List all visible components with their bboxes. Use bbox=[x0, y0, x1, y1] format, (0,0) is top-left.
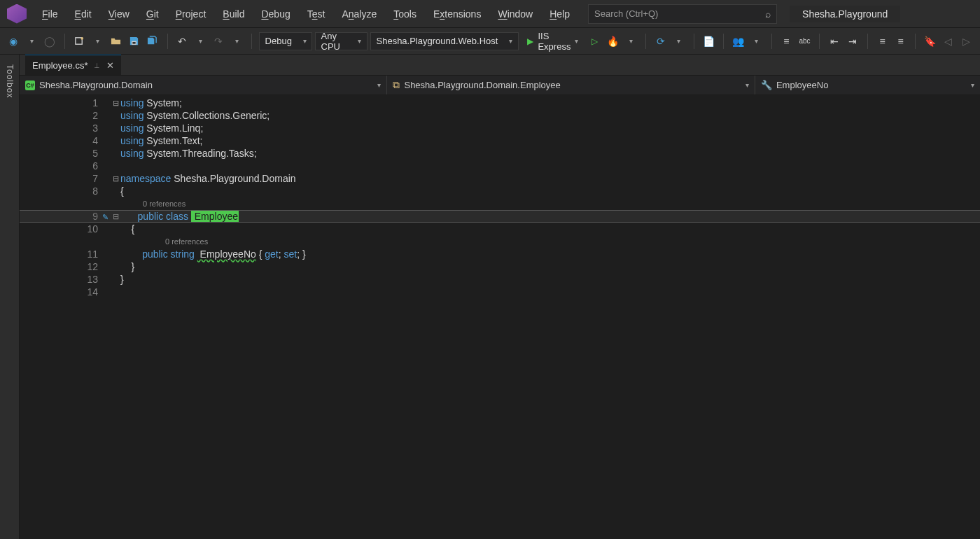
search-input[interactable]: Search (Ctrl+Q) ⌕ bbox=[588, 4, 777, 24]
start-debug-button[interactable]: ▶IIS Express▾ bbox=[522, 32, 584, 50]
menu-help[interactable]: Help bbox=[541, 4, 578, 24]
menu-extensions[interactable]: Extensions bbox=[425, 4, 490, 24]
solution-name[interactable]: Shesha.Playground bbox=[790, 6, 900, 22]
menu-git[interactable]: Git bbox=[138, 4, 167, 24]
code-editor[interactable]: 1 2 3 4 5 6 7 8 9 10 11 12 13 14 ⊟ ⊟ bbox=[20, 95, 980, 539]
save-button[interactable] bbox=[127, 33, 142, 50]
start-no-debug-button[interactable]: ▷ bbox=[587, 33, 602, 50]
menu-test[interactable]: Test bbox=[299, 4, 334, 24]
body: Toolbox Employee.cs* ⟂ ✕ C# Shesha.Playg… bbox=[0, 55, 980, 539]
redo-caret-icon[interactable]: ▾ bbox=[229, 33, 244, 50]
hot-reload-button[interactable]: 🔥 bbox=[605, 33, 620, 50]
next-bookmark-button[interactable]: ▷ bbox=[959, 33, 974, 50]
code-text: System.Text; bbox=[144, 135, 202, 146]
code-text: Shesha.Playground.Domain bbox=[171, 173, 295, 184]
code-text: System; bbox=[144, 97, 181, 108]
line-number bbox=[20, 197, 98, 210]
indent-more-button[interactable]: ⇥ bbox=[845, 33, 860, 50]
live-share-button[interactable]: 👥 bbox=[731, 33, 746, 50]
chevron-down-icon: ▾ bbox=[377, 81, 381, 89]
startup-project-dropdown[interactable]: Shesha.Playground.Web.Host▾ bbox=[370, 32, 519, 50]
find-in-files-button[interactable]: 📄 bbox=[701, 33, 716, 50]
nav-project-value: Shesha.Playground.Domain bbox=[39, 80, 153, 90]
browser-link-button[interactable]: ⟳ bbox=[653, 33, 668, 50]
uncomment-button[interactable]: abc bbox=[797, 33, 812, 50]
property-icon: 🔧 bbox=[761, 80, 772, 90]
separator bbox=[64, 34, 65, 49]
nav-member-dropdown[interactable]: 🔧 EmployeeNo ▾ bbox=[755, 76, 980, 94]
menu-build[interactable]: Build bbox=[214, 4, 253, 24]
line-number: 7 bbox=[20, 172, 98, 185]
menu-bar: FFileile Edit View Git Project Build Deb… bbox=[0, 0, 980, 28]
menu-project[interactable]: Project bbox=[167, 4, 215, 24]
undo-button[interactable]: ↶ bbox=[174, 33, 190, 50]
hot-caret-icon[interactable]: ▾ bbox=[623, 33, 638, 50]
menu-file[interactable]: FFileile bbox=[34, 4, 66, 24]
svg-point-1 bbox=[80, 37, 83, 40]
new-project-button[interactable] bbox=[72, 33, 88, 50]
comment-lines-button[interactable]: ≡ bbox=[874, 33, 890, 50]
line-number: 3 bbox=[20, 122, 98, 134]
play-icon: ▶ bbox=[527, 36, 533, 46]
codelens[interactable]: 0 references bbox=[120, 197, 980, 210]
menu-edit[interactable]: Edit bbox=[66, 4, 100, 24]
toolbox-panel[interactable]: Toolbox bbox=[0, 55, 20, 539]
class-name-selected: Employee bbox=[191, 211, 239, 222]
nav-back-caret-icon[interactable]: ▾ bbox=[24, 33, 39, 50]
collapse-icon[interactable]: ⊟ bbox=[111, 97, 120, 109]
close-icon[interactable]: ✕ bbox=[106, 60, 114, 71]
keyword: class bbox=[163, 211, 188, 222]
uncomment-lines-button[interactable]: ≡ bbox=[892, 33, 908, 50]
search-placeholder: Search (Ctrl+Q) bbox=[594, 8, 658, 19]
separator bbox=[694, 34, 694, 49]
nav-class-dropdown[interactable]: ⧉ Shesha.Playground.Domain.Employee ▾ bbox=[387, 76, 755, 94]
brace: } bbox=[120, 274, 124, 285]
collapse-icon[interactable]: ⊟ bbox=[111, 172, 120, 185]
line-number: 2 bbox=[20, 109, 98, 122]
toolbar: ◉ ▾ ◯ ▾ ↶ ▾ ↷ ▾ Debug▾ Any CPU▾ Shesha.P… bbox=[0, 28, 980, 55]
chevron-down-icon: ▾ bbox=[746, 81, 749, 89]
open-button[interactable] bbox=[108, 33, 124, 50]
pin-icon[interactable]: ⟂ bbox=[94, 61, 99, 69]
lightbulb-icon[interactable]: ✎ bbox=[102, 213, 108, 221]
chevron-down-icon: ▾ bbox=[509, 37, 512, 45]
menu-tools[interactable]: Tools bbox=[385, 4, 425, 24]
chevron-down-icon: ▾ bbox=[358, 37, 361, 45]
document-tabs: Employee.cs* ⟂ ✕ bbox=[20, 55, 980, 76]
undo-caret-icon[interactable]: ▾ bbox=[192, 33, 208, 50]
startup-value: Shesha.Playground.Web.Host bbox=[377, 36, 498, 46]
menu-window[interactable]: Window bbox=[489, 4, 541, 24]
property-name: EmployeeNo bbox=[197, 248, 256, 260]
new-caret-icon[interactable]: ▾ bbox=[90, 33, 106, 50]
line-number: 10 bbox=[20, 223, 98, 235]
menu-debug[interactable]: Debug bbox=[253, 4, 298, 24]
redo-button[interactable]: ↷ bbox=[211, 33, 226, 50]
outline-margin: ⊟ ⊟ ⊟ bbox=[111, 97, 120, 539]
prev-bookmark-button[interactable]: ◁ bbox=[941, 33, 956, 50]
indent-less-button[interactable]: ⇤ bbox=[827, 33, 842, 50]
menu-view[interactable]: View bbox=[100, 4, 138, 24]
platform-dropdown[interactable]: Any CPU▾ bbox=[315, 32, 368, 50]
keyword: namespace bbox=[120, 173, 171, 184]
bookmark-button[interactable]: 🔖 bbox=[923, 33, 938, 50]
save-all-button[interactable] bbox=[145, 33, 160, 50]
tab-employee-cs[interactable]: Employee.cs* ⟂ ✕ bbox=[25, 55, 121, 75]
search-icon: ⌕ bbox=[765, 8, 771, 20]
nav-project-dropdown[interactable]: C# Shesha.Playground.Domain ▾ bbox=[20, 76, 387, 94]
chevron-down-icon: ▾ bbox=[971, 81, 974, 89]
ls-caret-icon[interactable]: ▾ bbox=[749, 33, 764, 50]
comment-out-button[interactable]: ≡ bbox=[778, 33, 794, 50]
keyword: public bbox=[138, 211, 164, 222]
nav-fwd-button[interactable]: ◯ bbox=[42, 33, 57, 50]
bl-caret-icon[interactable]: ▾ bbox=[671, 33, 687, 50]
menu-analyze[interactable]: Analyze bbox=[333, 4, 385, 24]
separator bbox=[915, 34, 916, 49]
nav-back-button[interactable]: ◉ bbox=[6, 33, 21, 50]
workarea: Employee.cs* ⟂ ✕ C# Shesha.Playground.Do… bbox=[20, 55, 980, 539]
brace: } bbox=[120, 261, 134, 272]
config-dropdown[interactable]: Debug▾ bbox=[259, 32, 312, 50]
codelens[interactable]: 0 references bbox=[120, 235, 980, 248]
codelens-text: 0 references bbox=[143, 197, 186, 210]
keyword: using bbox=[120, 110, 144, 121]
code-text[interactable]: using System; using System.Collections.G… bbox=[120, 97, 980, 539]
